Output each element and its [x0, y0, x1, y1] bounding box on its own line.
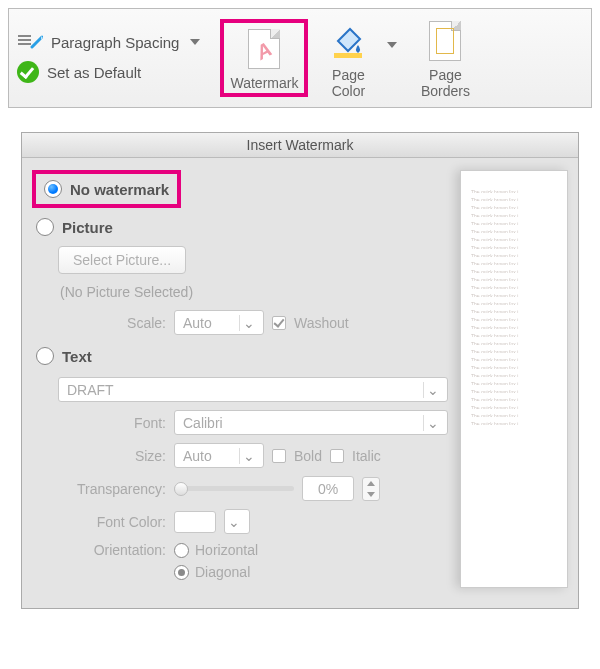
transparency-stepper[interactable] [362, 477, 380, 501]
radio-icon [36, 218, 54, 236]
chevron-down-icon: ⌄ [423, 415, 441, 431]
paragraph-spacing-icon [17, 33, 43, 51]
bold-checkbox[interactable] [272, 449, 286, 463]
text-subgroup: DRAFT ⌄ Font: Calibri ⌄ Size: Auto ⌄ [58, 377, 448, 580]
preview-line: The quick brown fox j [471, 389, 565, 393]
ribbon-left-group: Paragraph Spacing Set as Default [17, 29, 206, 87]
stepper-down-icon [363, 489, 379, 500]
insert-watermark-dialog: Insert Watermark No watermark Picture Se… [21, 132, 579, 609]
preview-line: The quick brown fox j [471, 197, 565, 201]
transparency-value[interactable]: 0% [302, 476, 354, 501]
picture-subgroup: Select Picture... (No Picture Selected) … [58, 240, 448, 335]
preview-line: The quick brown fox j [471, 413, 565, 417]
text-label: Text [62, 348, 92, 365]
preview-line: The quick brown fox j [471, 373, 565, 377]
preview-line: The quick brown fox j [471, 221, 565, 225]
select-picture-button[interactable]: Select Picture... [58, 246, 186, 274]
preview-line: The quick brown fox j [471, 261, 565, 265]
italic-label: Italic [352, 448, 381, 464]
preview-line: The quick brown fox j [471, 285, 565, 289]
dialog-title: Insert Watermark [22, 133, 578, 158]
size-value: Auto [183, 448, 239, 464]
scale-combo[interactable]: Auto ⌄ [174, 310, 264, 335]
no-picture-selected-text: (No Picture Selected) [60, 284, 448, 300]
watermark-label: Watermark [230, 75, 298, 91]
size-combo[interactable]: Auto ⌄ [174, 443, 264, 468]
preview-line: The quick brown fox j [471, 421, 565, 425]
washout-label: Washout [294, 315, 349, 331]
size-label: Size: [58, 448, 166, 464]
chevron-down-icon: ⌄ [225, 514, 243, 530]
stepper-up-icon [363, 478, 379, 489]
preview-line: The quick brown fox j [471, 333, 565, 337]
set-as-default-button[interactable]: Set as Default [17, 61, 200, 83]
page-borders-label: Page Borders [403, 67, 487, 99]
scale-value: Auto [183, 315, 239, 331]
preview-line: The quick brown fox j [471, 237, 565, 241]
radio-icon [174, 543, 189, 558]
picture-radio[interactable]: Picture [36, 214, 448, 240]
font-color-swatch[interactable] [174, 511, 216, 533]
preview-line: The quick brown fox j [471, 205, 565, 209]
orientation-horizontal-label: Horizontal [195, 542, 258, 558]
preview-line: The quick brown fox j [471, 381, 565, 385]
ribbon-toolbar: Paragraph Spacing Set as Default A Water… [8, 8, 592, 108]
font-label: Font: [58, 415, 166, 431]
bold-label: Bold [294, 448, 322, 464]
watermark-text-value: DRAFT [67, 382, 423, 398]
font-value: Calibri [183, 415, 423, 431]
radio-icon [36, 347, 54, 365]
page-color-group: Page Color [312, 15, 397, 101]
preview-line: The quick brown fox j [471, 365, 565, 369]
page-borders-button[interactable]: Page Borders [401, 15, 489, 101]
preview-line: The quick brown fox j [471, 341, 565, 345]
font-combo[interactable]: Calibri ⌄ [174, 410, 448, 435]
preview-line: The quick brown fox j [471, 325, 565, 329]
chevron-down-icon [190, 39, 200, 45]
preview-line: The quick brown fox j [471, 397, 565, 401]
preview-line: The quick brown fox j [471, 229, 565, 233]
radio-icon [44, 180, 62, 198]
no-watermark-radio[interactable]: No watermark [32, 170, 181, 208]
orientation-diagonal-radio[interactable]: Diagonal [174, 564, 258, 580]
preview-line: The quick brown fox j [471, 189, 565, 193]
paragraph-spacing-label: Paragraph Spacing [51, 34, 179, 51]
font-color-label: Font Color: [58, 514, 166, 530]
text-radio[interactable]: Text [36, 343, 448, 369]
no-watermark-label: No watermark [70, 181, 169, 198]
watermark-button[interactable]: A Watermark [220, 19, 308, 97]
preview-line: The quick brown fox j [471, 317, 565, 321]
chevron-down-icon[interactable] [387, 42, 397, 48]
preview-line: The quick brown fox j [471, 277, 565, 281]
svg-rect-0 [334, 53, 362, 58]
checkmark-icon [17, 61, 39, 83]
preview-line: The quick brown fox j [471, 357, 565, 361]
washout-checkbox[interactable] [272, 316, 286, 330]
watermark-text-combo[interactable]: DRAFT ⌄ [58, 377, 448, 402]
preview-line: The quick brown fox j [471, 301, 565, 305]
scale-label: Scale: [58, 315, 166, 331]
preview-line: The quick brown fox j [471, 349, 565, 353]
italic-checkbox[interactable] [330, 449, 344, 463]
preview-line: The quick brown fox j [471, 253, 565, 257]
orientation-horizontal-radio[interactable]: Horizontal [174, 542, 258, 558]
preview-line: The quick brown fox j [471, 293, 565, 297]
orientation-diagonal-label: Diagonal [195, 564, 250, 580]
page-color-label: Page Color [314, 67, 382, 99]
chevron-down-icon: ⌄ [239, 315, 257, 331]
watermark-icon: A [244, 27, 284, 71]
page-color-icon [328, 19, 368, 63]
paragraph-spacing-button[interactable]: Paragraph Spacing [17, 33, 200, 51]
preview-line: The quick brown fox j [471, 245, 565, 249]
preview-line: The quick brown fox j [471, 405, 565, 409]
preview-line: The quick brown fox j [471, 213, 565, 217]
chevron-down-icon: ⌄ [423, 382, 441, 398]
page-borders-icon [425, 19, 465, 63]
font-color-dropdown[interactable]: ⌄ [224, 509, 250, 534]
set-as-default-label: Set as Default [47, 64, 141, 81]
orientation-label: Orientation: [58, 542, 166, 558]
transparency-slider[interactable] [174, 486, 294, 491]
page-color-button[interactable]: Page Color [312, 15, 384, 101]
preview-line: The quick brown fox j [471, 309, 565, 313]
preview-line: The quick brown fox j [471, 269, 565, 273]
